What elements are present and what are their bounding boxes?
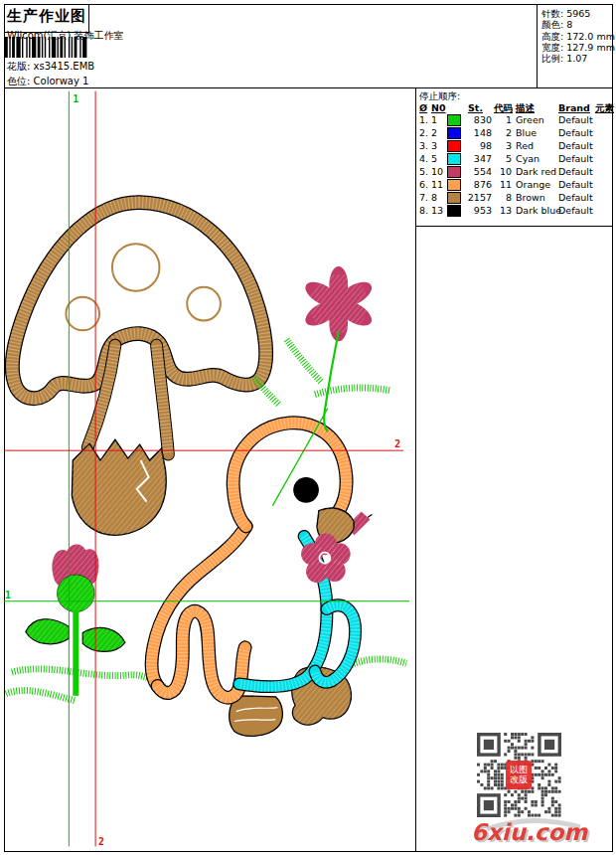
cell-n0: 10 (431, 166, 443, 177)
color-swatch (447, 127, 461, 139)
color-swatch (447, 179, 461, 191)
seal-text-top: 以图 (506, 765, 532, 774)
cell-code: 8 (496, 192, 512, 203)
end-marker-right: 2 (394, 438, 400, 449)
cell-desc: Blue (516, 127, 537, 138)
table-row: 4.53475CyanDefault (416, 153, 613, 166)
site-url: 6xiu.com (471, 819, 587, 845)
fern-leaves (254, 339, 391, 404)
cell-code: 2 (496, 127, 512, 138)
start-marker-top: 1 (73, 93, 78, 104)
pattern-label: 花版: (7, 61, 30, 72)
mushroom-spot (187, 287, 221, 321)
start-marker-left: 1 (5, 590, 11, 600)
cell-brand: Default (558, 205, 593, 216)
table-row: 2.21482BlueDefault (416, 127, 613, 140)
cell-n0: 3 (431, 140, 437, 151)
cell-brand: Default (558, 114, 593, 125)
cell-desc: Orange (516, 179, 550, 190)
cell-seq: 4. (419, 153, 428, 164)
cell-st: 148 (462, 127, 492, 138)
production-worksheet: 生产作业图 Wilcom(汇京) 装饰工作室 花版: xs3415.EMB 色位… (0, 0, 616, 855)
table-row: 7.821578BrownDefault (416, 192, 613, 205)
table-row: 6.1187611OrangeDefault (416, 179, 613, 192)
penguin (151, 423, 372, 736)
cell-brand: Default (558, 192, 593, 203)
cell-seq: 2. (419, 127, 428, 138)
cell-seq: 6. (419, 179, 428, 190)
cell-code: 3 (496, 140, 512, 151)
stats-box: 针数: 5965颜色: 8高度: 172.0 mm宽度: 127.9 mm比例:… (537, 4, 612, 87)
column-header: St. (468, 102, 483, 113)
column-header: N0 (431, 102, 446, 113)
cell-n0: 8 (431, 192, 437, 203)
cell-st: 98 (462, 140, 492, 151)
cell-brand: Default (558, 153, 593, 164)
cell-brand: Default (558, 166, 593, 177)
flower-stem (324, 331, 339, 431)
column-header: Brand (558, 102, 590, 113)
cell-desc: Dark blue (516, 205, 561, 216)
color-swatch (447, 192, 461, 204)
color-swatch (447, 166, 461, 178)
cell-seq: 3. (419, 140, 428, 151)
site-watermark: 6xiu.com (469, 815, 588, 851)
cell-st: 347 (462, 153, 492, 164)
cell-desc: Red (516, 140, 534, 151)
drawing-area-right-border (415, 87, 416, 851)
cell-brand: Default (558, 140, 593, 151)
table-row: 1.18301GreenDefault (416, 114, 613, 127)
stats-row: 针数: 5965 (541, 8, 612, 19)
table-row: 3.3983RedDefault (416, 140, 613, 153)
cell-n0: 13 (431, 205, 443, 216)
barcode (5, 37, 120, 58)
cell-st: 554 (462, 166, 492, 177)
cell-brand: Default (558, 179, 593, 190)
cell-seq: 5. (419, 166, 428, 177)
stats-list: 针数: 5965颜色: 8高度: 172.0 mm宽度: 127.9 mm比例:… (541, 8, 612, 64)
table-row: 5.1055410Dark redDefault (416, 166, 613, 179)
color-swatch (447, 114, 461, 126)
mushroom-spot (66, 297, 99, 331)
qr-red-seal: 以图 改版 (506, 761, 532, 789)
stats-row: 比例: 1.07 (541, 53, 612, 64)
cell-desc: Green (516, 114, 544, 125)
table-row: 8.1395313Dark blueDefault (416, 205, 613, 218)
seal-text-bottom: 改版 (506, 774, 532, 784)
stats-row: 颜色: 8 (541, 19, 612, 30)
pattern-value: xs3415.EMB (34, 61, 95, 72)
penguin-eye (293, 477, 319, 503)
cell-desc: Dark red (516, 166, 556, 177)
cell-code: 1 (496, 114, 512, 125)
colorway-line: 色位: Colorway 1 (7, 75, 88, 88)
colorway-value: Colorway 1 (34, 76, 89, 86)
stats-row: 宽度: 127.9 mm (541, 42, 612, 53)
column-header: Ø (419, 102, 427, 113)
color-swatch (447, 140, 461, 152)
cell-desc: Cyan (516, 153, 539, 164)
cell-st: 953 (462, 205, 492, 216)
cell-code: 13 (496, 205, 512, 216)
color-swatch (447, 205, 461, 217)
cell-n0: 5 (431, 153, 437, 164)
cell-seq: 8. (419, 205, 428, 216)
embroidery-design-preview: 1 1 2 2 (4, 87, 415, 851)
broken-eggshell (72, 439, 166, 535)
color-swatch (447, 153, 461, 165)
cell-seq: 7. (419, 192, 428, 203)
cell-code: 11 (496, 179, 512, 190)
cell-st: 2157 (462, 192, 492, 203)
pattern-file-line: 花版: xs3415.EMB (7, 60, 94, 74)
cell-code: 10 (496, 166, 512, 177)
color-sequence-table: 停止顺序: ØN0St.代码描述Brand元素 1.18301GreenDefa… (415, 87, 612, 227)
cell-n0: 11 (431, 179, 443, 190)
mushroom-spot (112, 244, 160, 291)
cell-st: 876 (462, 179, 492, 190)
cell-n0: 2 (431, 127, 437, 138)
cell-seq: 1. (419, 114, 428, 125)
cell-code: 5 (496, 153, 512, 164)
cell-n0: 1 (431, 114, 437, 125)
cell-desc: Brown (516, 192, 545, 203)
end-marker-bottom: 2 (98, 836, 104, 847)
colorway-label: 色位: (7, 76, 30, 86)
